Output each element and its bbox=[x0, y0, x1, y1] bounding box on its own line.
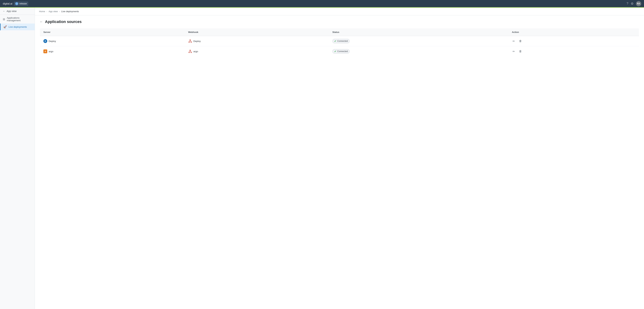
column-server: Server bbox=[40, 28, 185, 36]
action-buttons-deploy: ✏ 🗑 bbox=[512, 39, 636, 43]
delete-button-argo[interactable]: 🗑 bbox=[518, 49, 522, 53]
status-cell-deploy: ✔ Connected bbox=[329, 36, 508, 46]
column-action: Action bbox=[508, 28, 639, 36]
sidebar-back-label: App view bbox=[6, 10, 16, 12]
argo-server-icon: A bbox=[44, 49, 47, 53]
status-text-argo: Connected bbox=[337, 50, 348, 52]
breadcrumb-sep-1: › bbox=[46, 10, 47, 13]
page-title: Application sources bbox=[45, 19, 82, 24]
sidebar: ← App view ⊞ Applications management 🚀 L… bbox=[0, 8, 35, 309]
main-layout: ← App view ⊞ Applications management 🚀 L… bbox=[0, 8, 644, 309]
webhook-name-with-icon: Deploy bbox=[188, 39, 326, 43]
svg-point-2 bbox=[191, 42, 192, 42]
sidebar-back-button[interactable]: ← App view bbox=[0, 8, 35, 15]
delete-button-deploy[interactable]: 🗑 bbox=[518, 39, 522, 43]
server-name-with-icon: D Deploy bbox=[44, 39, 181, 43]
navbar-actions: ? ⚙ RA bbox=[626, 1, 641, 6]
sidebar-item-label: Applications management bbox=[7, 16, 32, 22]
sidebar-item-applications-management[interactable]: ⊞ Applications management bbox=[0, 15, 35, 23]
status-check-icon-deploy: ✔ bbox=[334, 40, 336, 42]
table-header-row: Server Webhook Status Action bbox=[40, 28, 639, 36]
webhook-name-deploy: Deploy bbox=[194, 40, 201, 42]
webhook-name-with-icon: argo bbox=[188, 49, 326, 53]
help-icon[interactable]: ? bbox=[626, 2, 628, 5]
server-name-deploy: Deploy bbox=[49, 40, 56, 42]
svg-point-4 bbox=[188, 52, 190, 53]
webhook-cell-deploy: Deploy bbox=[185, 36, 329, 46]
action-cell-deploy: ✏ 🗑 bbox=[508, 36, 639, 46]
page-content: ← Application sources Server Webhook Sta… bbox=[35, 15, 644, 309]
edit-button-deploy[interactable]: ✏ bbox=[512, 39, 516, 43]
sidebar-item-label: Live deployments bbox=[8, 25, 27, 28]
applications-icon: ⊞ bbox=[3, 17, 5, 21]
status-badge-argo: ✔ Connected bbox=[332, 49, 350, 54]
breadcrumb: Home › App view › Live deployments bbox=[35, 8, 644, 15]
navbar-brand-area: digital.ai ◎ release bbox=[3, 1, 28, 6]
argo-webhook-icon bbox=[188, 49, 192, 53]
server-cell-argo: A argo bbox=[40, 46, 185, 56]
svg-point-1 bbox=[188, 42, 190, 42]
top-navbar: digital.ai ◎ release ? ⚙ RA bbox=[0, 0, 644, 8]
release-icon: ◎ bbox=[15, 2, 18, 5]
deploy-server-icon: D bbox=[44, 39, 47, 43]
webhook-cell-argo: argo bbox=[185, 46, 329, 56]
table-row: D Deploy bbox=[40, 36, 639, 46]
user-avatar[interactable]: RA bbox=[636, 1, 641, 6]
release-badge: ◎ release bbox=[14, 1, 28, 6]
edit-button-argo[interactable]: ✏ bbox=[512, 49, 516, 53]
sidebar-item-live-deployments[interactable]: 🚀 Live deployments bbox=[0, 23, 35, 30]
svg-point-3 bbox=[190, 50, 190, 51]
deploy-webhook-icon bbox=[188, 39, 192, 43]
release-label: release bbox=[19, 2, 27, 5]
breadcrumb-home[interactable]: Home bbox=[39, 10, 45, 13]
server-name-argo: argo bbox=[49, 50, 53, 53]
status-text-deploy: Connected bbox=[337, 40, 348, 42]
page-back-arrow[interactable]: ← bbox=[40, 20, 43, 24]
server-cell-deploy: D Deploy bbox=[40, 36, 185, 46]
svg-point-5 bbox=[191, 52, 192, 53]
brand-logo: digital.ai bbox=[3, 2, 12, 5]
webhook-name-argo: argo bbox=[194, 50, 198, 53]
action-cell-argo: ✏ 🗑 bbox=[508, 46, 639, 56]
content-area: Home › App view › Live deployments ← App… bbox=[35, 8, 644, 309]
breadcrumb-sep-2: › bbox=[59, 10, 60, 13]
application-sources-table: Server Webhook Status Action D Deploy bbox=[40, 28, 639, 56]
page-header: ← Application sources bbox=[40, 19, 639, 24]
action-buttons-argo: ✏ 🗑 bbox=[512, 49, 636, 53]
server-name-with-icon: A argo bbox=[44, 49, 181, 53]
status-badge-deploy: ✔ Connected bbox=[332, 39, 350, 43]
table-row: A argo bbox=[40, 46, 639, 56]
status-cell-argo: ✔ Connected bbox=[329, 46, 508, 56]
breadcrumb-live-deployments: Live deployments bbox=[61, 10, 79, 13]
breadcrumb-app-view[interactable]: App view bbox=[49, 10, 58, 13]
svg-point-0 bbox=[190, 40, 190, 40]
column-status: Status bbox=[329, 28, 508, 36]
settings-icon[interactable]: ⚙ bbox=[631, 2, 634, 5]
column-webhook: Webhook bbox=[185, 28, 329, 36]
back-arrow-icon: ← bbox=[3, 10, 5, 12]
status-check-icon-argo: ✔ bbox=[334, 50, 336, 53]
deployments-icon: 🚀 bbox=[3, 25, 7, 28]
